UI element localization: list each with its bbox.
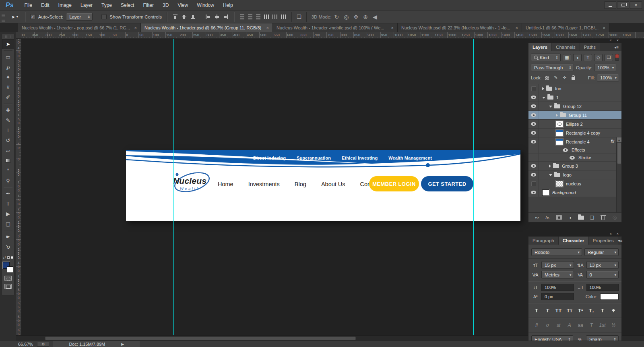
layers-scrollbar[interactable]: ▲ [616, 137, 621, 212]
layer-effects-badge[interactable]: fx [611, 139, 614, 143]
align-horizontal-centers-icon[interactable] [214, 14, 219, 19]
visibility-toggle[interactable] [528, 111, 539, 119]
rounded-rectangle-tool[interactable]: ▢ [2, 219, 14, 229]
baseline-shift-input[interactable]: 0 px [541, 293, 574, 300]
character-tab-paragraph[interactable]: Paragraph [528, 237, 559, 245]
default-and-swap-colors[interactable]: ⇄ [2, 255, 14, 260]
visibility-toggle[interactable] [528, 154, 539, 161]
effects-eye-icon[interactable] [563, 148, 568, 152]
opentype-button-1[interactable]: σ [543, 321, 551, 329]
document-canvas[interactable]: Direct IndexingSuperannuationEthical Inv… [126, 150, 520, 221]
guide-vertical-left[interactable] [173, 39, 174, 335]
layer-thumbnail[interactable] [556, 181, 563, 187]
layer-row-nucleus[interactable]: nucleus [528, 179, 621, 188]
tab-close-icon[interactable]: × [266, 25, 269, 30]
tab-close-icon[interactable]: × [134, 25, 137, 30]
layer-row-rectangle-4[interactable]: Rectangle 4fx [528, 137, 621, 146]
lasso-tool[interactable]: ℘ [2, 62, 14, 72]
lock-image-pixels-button[interactable]: ✎ [552, 75, 559, 81]
status-options-icon[interactable]: ⚙ [37, 342, 49, 347]
character-tab-character[interactable]: Character [559, 237, 589, 245]
menu-type[interactable]: Type [97, 0, 116, 10]
opentype-button-4[interactable]: aa [576, 321, 584, 329]
panel-menu-icon[interactable]: ▾≡ [618, 237, 625, 245]
visibility-toggle[interactable] [528, 179, 539, 188]
layer-filter-kind-dropdown[interactable]: Kind ⇕ [531, 54, 561, 61]
scrollbar-thumb[interactable] [617, 143, 621, 164]
faux-style-button-0[interactable]: T [533, 306, 541, 314]
auto-align-layers-button[interactable]: ❏ [297, 14, 301, 19]
menu-window[interactable]: Window [192, 0, 219, 10]
menu-layer[interactable]: Layer [76, 0, 97, 10]
auto-select-checkbox[interactable]: ✓ [30, 14, 35, 19]
distribute-top-edges-icon[interactable] [240, 15, 244, 19]
vertical-ruler[interactable]: 4504003503002502001501005005010015020025… [16, 39, 21, 335]
menu-select[interactable]: Select [116, 0, 138, 10]
blend-mode-dropdown[interactable]: Pass Through ⇕ [531, 64, 574, 71]
expand-arrow-icon[interactable] [556, 114, 558, 117]
spot-healing-brush-tool[interactable]: ✚ [2, 105, 14, 115]
gradient-tool[interactable] [2, 156, 14, 166]
collapse-arrow-icon[interactable] [549, 106, 552, 108]
align-left-edges-icon[interactable] [205, 14, 211, 19]
zoom-level-field[interactable]: 66.67% [18, 342, 33, 347]
crop-tool[interactable]: # [2, 82, 14, 92]
horizontal-type-tool[interactable]: T [2, 199, 14, 209]
fill-input[interactable]: 100% ▾ [597, 74, 619, 81]
layer-styles-button[interactable]: fx. [545, 215, 551, 220]
close-button[interactable]: × [630, 1, 642, 9]
default-colors-icon[interactable] [11, 256, 13, 259]
layer-filter-toggle[interactable] [615, 54, 619, 61]
member-login-button[interactable]: MEMBER LOGIN [369, 176, 419, 191]
filter-type-layers-button[interactable]: T [584, 54, 592, 61]
collapse-to-icons-button[interactable]: « [610, 232, 612, 236]
expand-arrow-icon[interactable] [549, 164, 551, 168]
document-info-field[interactable]: Doc: 1.15M/7.89M ▶ [53, 341, 140, 347]
layer-row-stroke[interactable]: Stroke [528, 154, 621, 162]
tracking-input[interactable]: 0 ▾ [586, 271, 619, 278]
swap-colors-icon[interactable]: ⇄ [3, 256, 6, 260]
close-panel-group-button[interactable]: × [617, 38, 619, 42]
new-layer-button[interactable]: ❏ [589, 215, 595, 220]
faux-style-button-2[interactable]: TT [555, 306, 563, 314]
faux-style-button-7[interactable]: Ŧ [609, 306, 617, 314]
layer-row-background[interactable]: Background [528, 188, 621, 197]
leading-input[interactable]: 13 px ▾ [586, 261, 619, 269]
visibility-toggle[interactable] [528, 93, 539, 102]
vertical-scale-input[interactable]: 100% [541, 284, 574, 291]
document-tab-3[interactable]: Nucleus Wealth - 1header -mobile.psd @ 1… [273, 23, 398, 32]
secondary-nav-superannuation[interactable]: Superannuation [297, 156, 331, 160]
3d-orbit-icon[interactable]: ↻ [334, 14, 339, 20]
opentype-button-5[interactable]: T [587, 321, 595, 329]
layer-thumbnail[interactable] [556, 139, 563, 145]
layer-thumbnail[interactable] [556, 130, 563, 136]
3d-roll-icon[interactable]: ◎ [344, 14, 349, 20]
visibility-toggle[interactable] [528, 120, 539, 128]
3d-pan-icon[interactable]: ✥ [354, 14, 359, 20]
align-right-edges-icon[interactable] [223, 14, 228, 19]
layer-row-group-11[interactable]: Group 11 [528, 111, 621, 120]
opentype-button-2[interactable]: st [555, 321, 563, 329]
nav-about-us[interactable]: About Us [321, 181, 345, 187]
align-bottom-edges-icon[interactable] [190, 14, 196, 19]
distribute-right-edges-icon[interactable] [281, 15, 286, 19]
collapse-to-icons-button[interactable]: « [610, 38, 612, 42]
background-color-swatch[interactable] [7, 266, 13, 273]
menu-view[interactable]: View [173, 0, 192, 10]
quick-selection-tool[interactable]: ✦ [2, 72, 14, 82]
align-vertical-centers-icon[interactable] [182, 14, 187, 19]
visibility-toggle[interactable] [528, 146, 539, 154]
visibility-toggle[interactable] [528, 137, 539, 146]
distribute-bottom-edges-icon[interactable] [256, 15, 260, 19]
path-selection-tool[interactable]: ▶ [2, 209, 14, 219]
opentype-button-6[interactable]: 1st [599, 321, 607, 329]
tab-close-icon[interactable]: × [391, 25, 394, 30]
nav-investments[interactable]: Investments [248, 181, 280, 187]
layer-row-rectangle-4-copy[interactable]: Rectangle 4 copy [528, 129, 621, 137]
nucleus-wealth-logo[interactable]: Nucleus Wealth [170, 167, 212, 200]
ruler-origin-box[interactable] [16, 32, 21, 39]
tool-preset-picker[interactable]: ➤ ▾ [9, 13, 20, 21]
toolbar-grip[interactable] [5, 35, 11, 38]
menu-help[interactable]: Help [219, 0, 237, 10]
character-tab-properties[interactable]: Properties [588, 237, 618, 245]
